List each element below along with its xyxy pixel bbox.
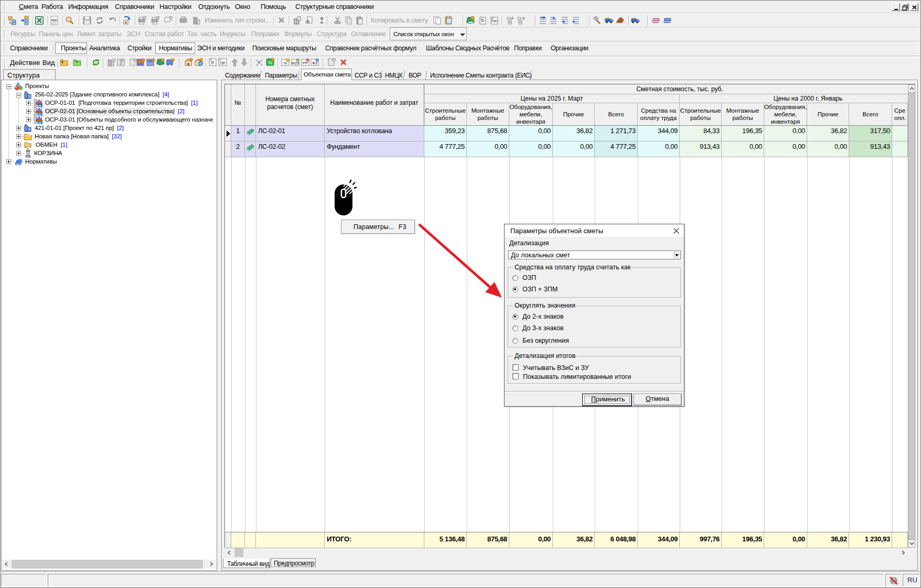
svg-text:%: % xyxy=(268,60,272,66)
svg-text:ПР: ПР xyxy=(220,61,226,66)
svg-text:P: P xyxy=(211,60,214,66)
svg-text:%: % xyxy=(283,61,287,66)
svg-text:PDF: PDF xyxy=(51,19,58,22)
